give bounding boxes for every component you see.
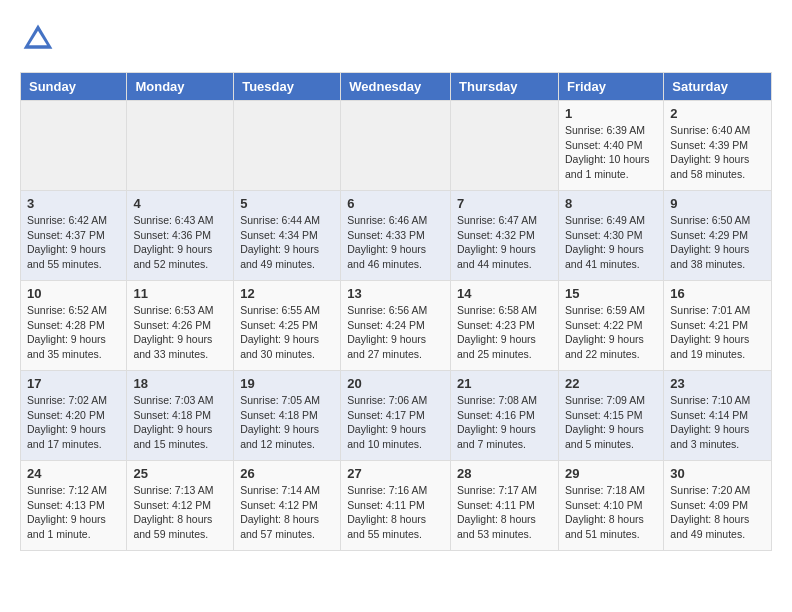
day-info: Sunrise: 6:52 AM Sunset: 4:28 PM Dayligh… [27, 303, 120, 362]
calendar-cell: 25Sunrise: 7:13 AM Sunset: 4:12 PM Dayli… [127, 461, 234, 551]
day-info: Sunrise: 7:17 AM Sunset: 4:11 PM Dayligh… [457, 483, 552, 542]
day-info: Sunrise: 7:06 AM Sunset: 4:17 PM Dayligh… [347, 393, 444, 452]
calendar-cell: 12Sunrise: 6:55 AM Sunset: 4:25 PM Dayli… [234, 281, 341, 371]
calendar-week-row: 3Sunrise: 6:42 AM Sunset: 4:37 PM Daylig… [21, 191, 772, 281]
day-number: 27 [347, 466, 444, 481]
weekday-header-friday: Friday [558, 73, 663, 101]
day-number: 23 [670, 376, 765, 391]
day-info: Sunrise: 7:05 AM Sunset: 4:18 PM Dayligh… [240, 393, 334, 452]
calendar-week-row: 17Sunrise: 7:02 AM Sunset: 4:20 PM Dayli… [21, 371, 772, 461]
weekday-header-row: SundayMondayTuesdayWednesdayThursdayFrid… [21, 73, 772, 101]
calendar-cell: 14Sunrise: 6:58 AM Sunset: 4:23 PM Dayli… [451, 281, 559, 371]
calendar-cell [234, 101, 341, 191]
day-number: 10 [27, 286, 120, 301]
calendar-cell: 18Sunrise: 7:03 AM Sunset: 4:18 PM Dayli… [127, 371, 234, 461]
calendar-table: SundayMondayTuesdayWednesdayThursdayFrid… [20, 72, 772, 551]
calendar-cell [127, 101, 234, 191]
calendar-cell: 9Sunrise: 6:50 AM Sunset: 4:29 PM Daylig… [664, 191, 772, 281]
day-number: 13 [347, 286, 444, 301]
day-info: Sunrise: 7:18 AM Sunset: 4:10 PM Dayligh… [565, 483, 657, 542]
calendar-week-row: 1Sunrise: 6:39 AM Sunset: 4:40 PM Daylig… [21, 101, 772, 191]
weekday-header-sunday: Sunday [21, 73, 127, 101]
calendar-cell: 10Sunrise: 6:52 AM Sunset: 4:28 PM Dayli… [21, 281, 127, 371]
logo-icon [20, 20, 56, 56]
day-number: 28 [457, 466, 552, 481]
day-info: Sunrise: 6:47 AM Sunset: 4:32 PM Dayligh… [457, 213, 552, 272]
day-info: Sunrise: 7:08 AM Sunset: 4:16 PM Dayligh… [457, 393, 552, 452]
calendar-cell: 24Sunrise: 7:12 AM Sunset: 4:13 PM Dayli… [21, 461, 127, 551]
day-info: Sunrise: 7:02 AM Sunset: 4:20 PM Dayligh… [27, 393, 120, 452]
calendar-cell: 20Sunrise: 7:06 AM Sunset: 4:17 PM Dayli… [341, 371, 451, 461]
calendar-cell: 3Sunrise: 6:42 AM Sunset: 4:37 PM Daylig… [21, 191, 127, 281]
day-number: 26 [240, 466, 334, 481]
day-number: 16 [670, 286, 765, 301]
day-info: Sunrise: 6:55 AM Sunset: 4:25 PM Dayligh… [240, 303, 334, 362]
calendar-cell: 27Sunrise: 7:16 AM Sunset: 4:11 PM Dayli… [341, 461, 451, 551]
day-number: 19 [240, 376, 334, 391]
weekday-header-thursday: Thursday [451, 73, 559, 101]
calendar-cell: 5Sunrise: 6:44 AM Sunset: 4:34 PM Daylig… [234, 191, 341, 281]
calendar-cell: 13Sunrise: 6:56 AM Sunset: 4:24 PM Dayli… [341, 281, 451, 371]
day-number: 12 [240, 286, 334, 301]
calendar-body: 1Sunrise: 6:39 AM Sunset: 4:40 PM Daylig… [21, 101, 772, 551]
calendar-cell: 7Sunrise: 6:47 AM Sunset: 4:32 PM Daylig… [451, 191, 559, 281]
day-number: 30 [670, 466, 765, 481]
day-number: 18 [133, 376, 227, 391]
day-number: 4 [133, 196, 227, 211]
calendar-cell: 16Sunrise: 7:01 AM Sunset: 4:21 PM Dayli… [664, 281, 772, 371]
day-number: 22 [565, 376, 657, 391]
day-number: 9 [670, 196, 765, 211]
calendar-cell: 4Sunrise: 6:43 AM Sunset: 4:36 PM Daylig… [127, 191, 234, 281]
day-info: Sunrise: 6:49 AM Sunset: 4:30 PM Dayligh… [565, 213, 657, 272]
day-info: Sunrise: 7:01 AM Sunset: 4:21 PM Dayligh… [670, 303, 765, 362]
calendar-cell: 23Sunrise: 7:10 AM Sunset: 4:14 PM Dayli… [664, 371, 772, 461]
calendar-cell: 2Sunrise: 6:40 AM Sunset: 4:39 PM Daylig… [664, 101, 772, 191]
calendar-cell: 22Sunrise: 7:09 AM Sunset: 4:15 PM Dayli… [558, 371, 663, 461]
day-number: 20 [347, 376, 444, 391]
logo [20, 20, 60, 56]
day-info: Sunrise: 6:46 AM Sunset: 4:33 PM Dayligh… [347, 213, 444, 272]
day-info: Sunrise: 7:10 AM Sunset: 4:14 PM Dayligh… [670, 393, 765, 452]
calendar-week-row: 10Sunrise: 6:52 AM Sunset: 4:28 PM Dayli… [21, 281, 772, 371]
calendar-cell: 17Sunrise: 7:02 AM Sunset: 4:20 PM Dayli… [21, 371, 127, 461]
day-info: Sunrise: 6:59 AM Sunset: 4:22 PM Dayligh… [565, 303, 657, 362]
day-number: 24 [27, 466, 120, 481]
day-number: 11 [133, 286, 227, 301]
day-number: 2 [670, 106, 765, 121]
day-number: 17 [27, 376, 120, 391]
calendar-cell: 15Sunrise: 6:59 AM Sunset: 4:22 PM Dayli… [558, 281, 663, 371]
calendar-cell [21, 101, 127, 191]
calendar-cell: 1Sunrise: 6:39 AM Sunset: 4:40 PM Daylig… [558, 101, 663, 191]
calendar-cell: 11Sunrise: 6:53 AM Sunset: 4:26 PM Dayli… [127, 281, 234, 371]
day-number: 5 [240, 196, 334, 211]
day-info: Sunrise: 7:12 AM Sunset: 4:13 PM Dayligh… [27, 483, 120, 542]
day-number: 7 [457, 196, 552, 211]
day-info: Sunrise: 7:09 AM Sunset: 4:15 PM Dayligh… [565, 393, 657, 452]
calendar-cell: 30Sunrise: 7:20 AM Sunset: 4:09 PM Dayli… [664, 461, 772, 551]
weekday-header-monday: Monday [127, 73, 234, 101]
calendar-header: SundayMondayTuesdayWednesdayThursdayFrid… [21, 73, 772, 101]
day-number: 14 [457, 286, 552, 301]
day-info: Sunrise: 6:56 AM Sunset: 4:24 PM Dayligh… [347, 303, 444, 362]
calendar-cell: 29Sunrise: 7:18 AM Sunset: 4:10 PM Dayli… [558, 461, 663, 551]
day-info: Sunrise: 6:40 AM Sunset: 4:39 PM Dayligh… [670, 123, 765, 182]
calendar-cell [451, 101, 559, 191]
day-info: Sunrise: 7:20 AM Sunset: 4:09 PM Dayligh… [670, 483, 765, 542]
day-number: 15 [565, 286, 657, 301]
day-info: Sunrise: 6:43 AM Sunset: 4:36 PM Dayligh… [133, 213, 227, 272]
day-info: Sunrise: 6:53 AM Sunset: 4:26 PM Dayligh… [133, 303, 227, 362]
weekday-header-wednesday: Wednesday [341, 73, 451, 101]
day-number: 3 [27, 196, 120, 211]
day-info: Sunrise: 7:16 AM Sunset: 4:11 PM Dayligh… [347, 483, 444, 542]
calendar-cell [341, 101, 451, 191]
day-number: 8 [565, 196, 657, 211]
weekday-header-tuesday: Tuesday [234, 73, 341, 101]
calendar-cell: 19Sunrise: 7:05 AM Sunset: 4:18 PM Dayli… [234, 371, 341, 461]
calendar-cell: 26Sunrise: 7:14 AM Sunset: 4:12 PM Dayli… [234, 461, 341, 551]
day-info: Sunrise: 6:58 AM Sunset: 4:23 PM Dayligh… [457, 303, 552, 362]
day-number: 21 [457, 376, 552, 391]
day-info: Sunrise: 6:44 AM Sunset: 4:34 PM Dayligh… [240, 213, 334, 272]
calendar-cell: 8Sunrise: 6:49 AM Sunset: 4:30 PM Daylig… [558, 191, 663, 281]
weekday-header-saturday: Saturday [664, 73, 772, 101]
day-info: Sunrise: 6:50 AM Sunset: 4:29 PM Dayligh… [670, 213, 765, 272]
